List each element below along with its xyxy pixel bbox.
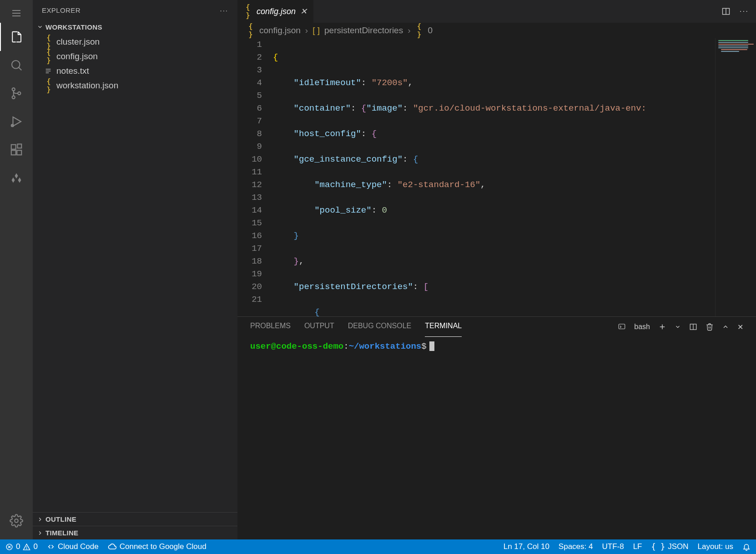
svg-point-29 <box>27 548 27 549</box>
file-item-workstation[interactable]: { } workstation.json <box>33 78 237 93</box>
terminal-view[interactable]: user@code-oss-demo:~/workstations$ <box>237 337 756 539</box>
code-editor[interactable]: 123456789101112131415161718192021 { "idl… <box>237 38 756 316</box>
panel-actions: bash <box>618 323 743 331</box>
split-editor-icon[interactable] <box>721 7 731 16</box>
menu-icon[interactable] <box>0 4 33 23</box>
svg-point-6 <box>12 96 15 99</box>
svg-point-5 <box>12 88 15 91</box>
code-text: "gcr.io/cloud-workstations-external/java… <box>413 103 646 113</box>
workspace-name: WORKSTATIONS <box>45 23 102 31</box>
file-item-notes[interactable]: notes.txt <box>33 64 237 78</box>
panel-tab-output[interactable]: OUTPUT <box>304 317 334 337</box>
sidebar-more-icon[interactable]: ··· <box>220 6 228 14</box>
main-area: EXPLORER ··· WORKSTATIONS { } cluster.js… <box>0 0 756 539</box>
terminal-sep: : <box>343 341 348 351</box>
status-right: Ln 17, Col 10 Spaces: 4 UTF-8 LF { } JSO… <box>504 542 751 551</box>
timeline-label: TIMELINE <box>45 529 78 537</box>
status-language[interactable]: { } JSON <box>651 542 688 551</box>
terminal-new-icon[interactable] <box>658 323 666 331</box>
terminal-cursor <box>429 341 434 351</box>
code-text: "host_config" <box>294 129 361 139</box>
terminal-shell-icon <box>618 323 626 331</box>
code-text: "image" <box>366 103 403 113</box>
status-spaces[interactable]: Spaces: 4 <box>559 542 593 551</box>
file-name: cluster.json <box>56 37 100 47</box>
terminal-split-icon[interactable] <box>689 323 697 331</box>
svg-point-7 <box>18 92 20 95</box>
activity-explorer[interactable] <box>0 23 33 51</box>
code-text: "gce_instance_config" <box>294 154 403 164</box>
svg-rect-11 <box>11 150 16 155</box>
panel-maximize-icon[interactable] <box>722 323 729 330</box>
status-bar: 0 0 Cloud Code Connect to Google Cloud L… <box>0 539 756 554</box>
breadcrumb-seg1: persistentDirectories <box>324 25 403 36</box>
activity-debug[interactable] <box>0 107 33 136</box>
minimap-line <box>718 47 748 48</box>
chevron-right-icon: › <box>408 25 410 36</box>
svg-rect-20 <box>619 324 625 329</box>
status-lncol[interactable]: Ln 17, Col 10 <box>504 542 549 551</box>
status-cloud-code-label: Cloud Code <box>58 542 99 551</box>
timeline-header[interactable]: TIMELINE <box>33 526 237 539</box>
status-cloud-code[interactable]: Cloud Code <box>47 542 99 551</box>
activity-extensions[interactable] <box>0 136 33 164</box>
close-icon[interactable]: ✕ <box>300 6 307 16</box>
text-icon <box>45 67 53 75</box>
panel-tab-problems[interactable]: PROBLEMS <box>250 317 291 337</box>
outline-header[interactable]: OUTLINE <box>33 512 237 526</box>
json-icon: { } <box>45 48 53 65</box>
activity-source-control[interactable] <box>0 79 33 107</box>
code-text: "machine_type" <box>314 180 387 190</box>
minimap[interactable] <box>715 38 756 316</box>
panel-tab-terminal[interactable]: TERMINAL <box>425 317 462 337</box>
minimap-line <box>718 44 754 45</box>
status-encoding[interactable]: UTF-8 <box>602 542 624 551</box>
json-icon: { } <box>244 3 252 20</box>
json-icon: { } <box>45 77 53 94</box>
breadcrumb[interactable]: { } config.json › [ ] persistentDirector… <box>237 23 756 38</box>
activity-cloud-code[interactable] <box>0 164 33 192</box>
minimap-line <box>721 51 739 52</box>
status-errors[interactable]: 0 0 <box>5 542 38 551</box>
file-item-cluster[interactable]: { } cluster.json <box>33 35 237 49</box>
chevron-down-icon <box>36 23 44 30</box>
svg-rect-13 <box>18 144 22 148</box>
terminal-kill-icon[interactable] <box>706 323 714 331</box>
file-list: { } cluster.json { } config.json notes.t… <box>33 34 237 94</box>
terminal-shell-label[interactable]: bash <box>634 323 650 331</box>
workspace-header[interactable]: WORKSTATIONS <box>33 20 237 34</box>
chevron-right-icon <box>36 529 44 537</box>
svg-line-4 <box>19 67 21 70</box>
status-layout[interactable]: Layout: us <box>698 542 733 551</box>
minimap-line <box>718 46 748 46</box>
array-icon: [ ] <box>312 25 320 36</box>
line-number-gutter: 123456789101112131415161718192021 <box>237 38 273 316</box>
tab-label: config.json <box>257 7 296 16</box>
code-text: "container" <box>294 103 351 113</box>
tab-more-icon[interactable]: ··· <box>740 7 749 16</box>
json-icon: { } <box>651 542 665 551</box>
chevron-down-icon[interactable] <box>675 324 681 330</box>
file-name: notes.txt <box>56 66 89 76</box>
breadcrumb-seg2: 0 <box>428 25 433 36</box>
tab-bar: { } config.json ✕ ··· <box>237 0 756 23</box>
sidebar-header: EXPLORER ··· <box>33 0 237 20</box>
terminal-prompt: $ <box>421 341 426 351</box>
code-text: "persistentDirectories" <box>294 282 413 292</box>
json-icon: { } <box>247 22 255 39</box>
status-bell-icon[interactable] <box>742 543 751 551</box>
status-eol[interactable]: LF <box>633 542 642 551</box>
panel-tab-debug[interactable]: DEBUG CONSOLE <box>348 317 412 337</box>
activity-search[interactable] <box>0 51 33 79</box>
app-root: EXPLORER ··· WORKSTATIONS { } cluster.js… <box>0 0 756 554</box>
tab-config[interactable]: { } config.json ✕ <box>237 0 314 23</box>
file-name: workstation.json <box>56 81 118 91</box>
activity-settings[interactable] <box>0 507 33 535</box>
code-text: "idleTimeout" <box>294 78 361 88</box>
status-connect-cloud[interactable]: Connect to Google Cloud <box>108 542 207 551</box>
file-item-config[interactable]: { } config.json <box>33 49 237 64</box>
status-left: 0 0 Cloud Code Connect to Google Cloud <box>5 542 207 551</box>
bottom-panel: PROBLEMS OUTPUT DEBUG CONSOLE TERMINAL b… <box>237 316 756 539</box>
code-content[interactable]: { "idleTimeout": "7200s", "container": {… <box>273 38 756 316</box>
panel-close-icon[interactable]: ✕ <box>737 323 743 331</box>
